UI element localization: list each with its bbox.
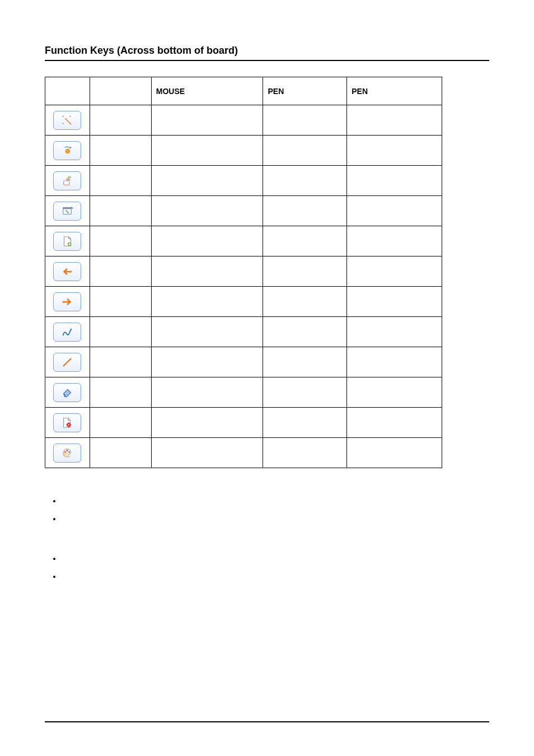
page-title: Function Keys (Across bottom of board) <box>45 45 489 57</box>
function-key-button[interactable] <box>53 262 81 281</box>
table-row <box>45 317 442 347</box>
function-key-button[interactable] <box>53 171 81 190</box>
table-row <box>45 347 442 377</box>
svg-point-2 <box>63 123 64 124</box>
function-key-button[interactable] <box>53 353 81 372</box>
function-key-button[interactable] <box>53 202 81 221</box>
svg-point-3 <box>65 148 71 153</box>
list-item <box>62 497 489 515</box>
hand-icon <box>61 175 73 187</box>
notes-heading-2 <box>45 543 140 550</box>
function-key-button[interactable] <box>53 111 81 130</box>
svg-point-1 <box>70 115 71 116</box>
svg-rect-4 <box>64 181 69 185</box>
table-header-row: MOUSE PEN PEN <box>45 77 442 105</box>
footer-rule <box>45 721 489 722</box>
svg-point-0 <box>63 115 64 116</box>
table-row <box>45 136 442 166</box>
table-row <box>45 105 442 136</box>
eraser-icon <box>61 386 73 399</box>
page-settings-icon <box>61 417 73 429</box>
svg-point-12 <box>69 451 71 452</box>
col-header-mouse: MOUSE <box>151 77 263 105</box>
notes-list-2 <box>62 554 489 590</box>
list-item <box>62 572 489 590</box>
orbit-icon <box>61 144 73 157</box>
function-key-button[interactable] <box>53 323 81 342</box>
svg-rect-6 <box>63 207 72 209</box>
col-header-empty <box>90 77 151 105</box>
function-key-button[interactable] <box>53 232 81 251</box>
table-row <box>45 256 442 287</box>
arrow-right-icon <box>61 296 73 308</box>
calibrate-icon <box>61 114 73 127</box>
line-icon <box>61 356 73 368</box>
table-row <box>45 287 442 317</box>
col-header-pen-2: PEN <box>347 77 442 105</box>
function-key-button[interactable] <box>53 383 81 402</box>
function-key-button[interactable] <box>53 141 81 160</box>
list-item <box>62 515 489 533</box>
freehand-icon <box>61 326 73 338</box>
table-row <box>45 226 442 256</box>
notes-heading-1 <box>45 485 140 493</box>
arrow-left-icon <box>61 265 73 278</box>
table-row <box>45 166 442 196</box>
table-row <box>45 377 442 408</box>
col-header-pen-1: PEN <box>263 77 347 105</box>
function-keys-table: MOUSE PEN PEN <box>45 77 442 468</box>
new-page-icon <box>61 235 73 248</box>
svg-point-10 <box>65 451 67 452</box>
function-key-button[interactable] <box>53 413 81 432</box>
window-draw-icon <box>61 205 73 217</box>
list-item <box>62 554 489 572</box>
col-header-icon <box>45 77 90 105</box>
function-key-button[interactable] <box>53 444 81 463</box>
heading-rule <box>45 60 489 61</box>
svg-point-9 <box>68 424 69 425</box>
table-row <box>45 438 442 468</box>
notes-section <box>45 485 489 590</box>
notes-list-1 <box>62 497 489 533</box>
table-row <box>45 196 442 226</box>
svg-point-13 <box>65 454 67 455</box>
function-key-button[interactable] <box>53 292 81 311</box>
table-row <box>45 408 442 438</box>
palette-icon <box>61 447 73 459</box>
svg-point-11 <box>67 450 68 451</box>
